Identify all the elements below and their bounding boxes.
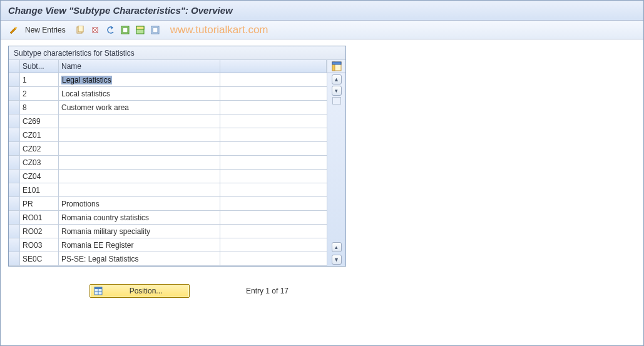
table-row[interactable]: 2Local statistics [9,87,327,101]
cell-subtype[interactable]: CZ01 [20,128,59,142]
cell-subtype[interactable]: RO03 [20,238,59,252]
table-row[interactable]: E101 [9,183,327,197]
copy-button[interactable] [74,24,86,36]
select-block-button[interactable] [134,24,146,36]
cell-subtype[interactable]: CZ04 [20,170,59,183]
row-selector[interactable] [9,114,20,128]
toggle-display-button[interactable] [7,24,21,36]
deselect-all-button[interactable] [149,24,161,36]
page-title: Change View "Subtype Characteristics": O… [8,5,233,16]
new-entries-button[interactable]: New Entries [23,24,71,36]
row-selector[interactable] [9,87,20,101]
cell-subtype[interactable]: PR [20,197,59,211]
row-selector[interactable] [9,156,20,170]
cell-padding [220,142,327,156]
footer-row: Position... Entry 1 of 17 [8,284,636,298]
row-selector[interactable] [9,225,20,238]
cell-padding [220,197,327,211]
cell-subtype[interactable]: E101 [20,183,59,197]
cell-subtype[interactable]: 2 [20,87,59,101]
table-header-row: Subt... Name [9,60,327,73]
table-row[interactable]: CZ01 [9,128,327,142]
cell-name[interactable]: Romania military speciality [59,225,220,238]
column-subtype[interactable]: Subt... [20,60,59,73]
svg-rect-9 [136,26,144,29]
cell-subtype[interactable]: 1 [20,73,59,87]
table-row[interactable]: 1Legal statistics [9,73,327,87]
delete-button[interactable] [89,24,101,36]
cell-name[interactable]: Legal statistics [59,73,220,87]
column-selector[interactable] [9,60,20,73]
undo-button[interactable] [104,24,116,36]
row-selector[interactable] [9,252,20,266]
table-row[interactable]: 8Customer work area [9,101,327,114]
new-entries-label: New Entries [25,26,66,34]
cell-padding [220,101,327,114]
scroll-thumb[interactable] [332,97,341,104]
position-button[interactable]: Position... [89,284,190,298]
svg-rect-7 [123,28,128,33]
cell-name[interactable]: Local statistics [59,87,220,101]
cell-padding [220,170,327,183]
cell-name[interactable] [59,114,220,128]
cell-name[interactable]: Romania EE Register [59,238,220,252]
cell-name[interactable] [59,156,220,170]
cell-name[interactable]: Promotions [59,197,220,211]
row-selector[interactable] [9,101,20,114]
cell-subtype[interactable]: CZ02 [20,142,59,156]
row-selector[interactable] [9,197,20,211]
cell-name[interactable] [59,142,220,156]
svg-rect-14 [332,62,341,64]
cell-name[interactable]: PS-SE: Legal Statistics [59,252,220,266]
scroll-page-up-button[interactable]: ▾ [332,86,342,96]
panel-title: Subtype characteristics for Statistics [9,46,345,60]
scroll-page-down-button[interactable]: ▴ [332,242,342,252]
select-all-button[interactable] [119,24,131,36]
scroll-down-button[interactable]: ▼ [332,255,342,265]
cell-padding [220,225,327,238]
table-settings-button[interactable] [327,60,345,73]
cell-name[interactable]: Romania country statistics [59,211,220,225]
column-name[interactable]: Name [59,60,220,73]
cell-padding [220,183,327,197]
cell-subtype[interactable]: RO01 [20,211,59,225]
cell-padding [220,211,327,225]
cell-subtype[interactable]: C269 [20,114,59,128]
cell-name[interactable] [59,170,220,183]
cell-name[interactable] [59,128,220,142]
table-row[interactable]: RO03Romania EE Register [9,238,327,252]
cell-padding [220,252,327,266]
row-selector[interactable] [9,211,20,225]
row-selector[interactable] [9,238,20,252]
table-row[interactable]: C269 [9,114,327,128]
row-selector[interactable] [9,183,20,197]
cell-padding [220,73,327,87]
table-row[interactable]: CZ02 [9,142,327,156]
watermark-text: www.tutorialkart.com [170,24,268,36]
subtype-table: Subt... Name 1Legal statistics2Local sta… [9,60,327,266]
table-side-column: ▲ ▾ ▴ ▼ [327,60,345,266]
cell-padding [220,156,327,170]
row-selector[interactable] [9,142,20,156]
table-row[interactable]: CZ03 [9,156,327,170]
vertical-scrollbar[interactable]: ▲ ▾ ▴ ▼ [327,73,345,266]
row-selector[interactable] [9,170,20,183]
cell-subtype[interactable]: 8 [20,101,59,114]
table-row[interactable]: CZ04 [9,170,327,183]
table-row[interactable]: PRPromotions [9,197,327,211]
row-selector[interactable] [9,73,20,87]
cell-padding [220,114,327,128]
cell-name[interactable]: Customer work area [59,101,220,114]
scroll-up-button[interactable]: ▲ [332,74,342,84]
table-row[interactable]: SE0CPS-SE: Legal Statistics [9,252,327,266]
table-row[interactable]: RO02Romania military speciality [9,225,327,238]
cell-subtype[interactable]: CZ03 [20,156,59,170]
table-body: 1Legal statistics2Local statistics8Custo… [9,73,327,266]
position-icon [94,287,103,295]
table-row[interactable]: RO01Romania country statistics [9,211,327,225]
cell-name[interactable] [59,183,220,197]
cell-subtype[interactable]: RO02 [20,225,59,238]
cell-padding [220,128,327,142]
cell-subtype[interactable]: SE0C [20,252,59,266]
row-selector[interactable] [9,128,20,142]
